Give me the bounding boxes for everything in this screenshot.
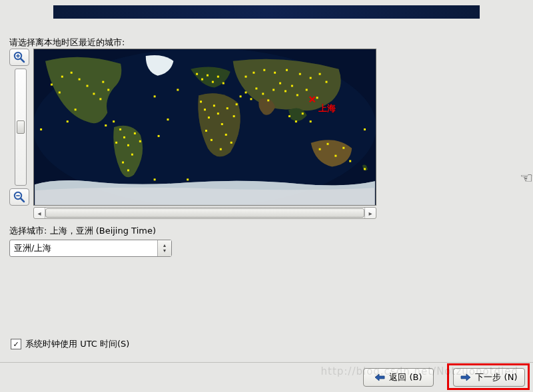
svg-rect-31 <box>105 124 107 126</box>
svg-rect-54 <box>279 83 281 85</box>
svg-rect-64 <box>310 77 312 79</box>
svg-rect-34 <box>207 75 209 77</box>
watermark: http://blog.csdn.net/Notzuonotdied <box>321 365 518 377</box>
svg-rect-83 <box>236 103 238 105</box>
svg-rect-24 <box>131 154 133 156</box>
svg-rect-32 <box>196 73 198 75</box>
svg-rect-48 <box>245 91 247 93</box>
svg-line-5 <box>21 198 24 202</box>
svg-rect-43 <box>221 123 223 125</box>
svg-rect-86 <box>40 128 42 130</box>
selected-city-text: 选择城市: 上海，亚洲 (Beijing Time) <box>9 225 156 237</box>
svg-rect-76 <box>342 147 344 149</box>
svg-rect-47 <box>240 95 242 97</box>
svg-rect-59 <box>253 72 255 74</box>
svg-rect-11 <box>79 79 81 81</box>
svg-rect-53 <box>272 89 274 91</box>
svg-rect-55 <box>284 90 286 92</box>
svg-rect-33 <box>201 79 203 81</box>
svg-rect-61 <box>274 72 276 74</box>
scroll-left-icon[interactable]: ◂ <box>34 208 45 218</box>
svg-rect-42 <box>217 112 219 114</box>
svg-rect-18 <box>59 91 61 93</box>
svg-rect-67 <box>306 89 308 91</box>
svg-rect-49 <box>250 98 252 100</box>
zoom-in-button[interactable] <box>9 49 29 66</box>
magnify-plus-icon <box>13 51 25 63</box>
svg-rect-27 <box>115 142 117 144</box>
svg-rect-45 <box>231 142 233 144</box>
svg-rect-41 <box>213 104 215 106</box>
utc-checkbox-row[interactable]: ✓ 系统时钟使用 UTC 时间(S) <box>11 338 129 350</box>
svg-rect-79 <box>205 130 207 132</box>
svg-rect-74 <box>326 143 328 145</box>
svg-rect-57 <box>296 94 298 96</box>
svg-rect-10 <box>71 72 73 74</box>
svg-rect-66 <box>325 81 327 83</box>
svg-rect-35 <box>212 81 214 83</box>
svg-rect-37 <box>223 83 225 85</box>
timezone-combobox[interactable]: 亚洲/上海 ▴ ▾ <box>9 240 172 257</box>
chevron-down-icon: ▾ <box>163 248 166 254</box>
zoom-slider-thumb[interactable] <box>17 120 25 134</box>
svg-rect-85 <box>158 135 160 137</box>
svg-rect-52 <box>267 99 269 101</box>
svg-rect-87 <box>364 128 366 130</box>
timezone-map-area: 上海 ◂ ▸ <box>9 49 378 220</box>
svg-rect-58 <box>245 76 247 78</box>
scroll-right-icon[interactable]: ▸ <box>364 208 376 218</box>
svg-rect-29 <box>127 169 129 171</box>
zoom-out-button[interactable] <box>9 188 29 206</box>
svg-rect-40 <box>208 116 210 118</box>
svg-rect-38 <box>200 100 202 102</box>
svg-rect-12 <box>87 85 89 87</box>
svg-rect-72 <box>310 120 312 122</box>
svg-rect-28 <box>122 162 124 164</box>
svg-rect-70 <box>295 120 297 122</box>
svg-rect-56 <box>291 85 293 87</box>
timezone-value[interactable]: 亚洲/上海 <box>10 240 157 256</box>
world-map-svg <box>34 49 376 205</box>
svg-rect-39 <box>204 108 206 110</box>
svg-rect-14 <box>99 98 101 100</box>
svg-rect-73 <box>319 148 321 150</box>
zoom-slider[interactable] <box>15 69 27 186</box>
svg-rect-46 <box>233 115 235 117</box>
svg-rect-65 <box>319 73 321 75</box>
svg-rect-90 <box>187 178 189 180</box>
svg-rect-60 <box>263 69 265 71</box>
svg-rect-26 <box>139 140 141 142</box>
utc-label: 系统时钟使用 UTC 时间(S) <box>25 338 129 350</box>
map-horizontal-scrollbar[interactable]: ◂ ▸ <box>33 207 376 219</box>
combo-spinner[interactable]: ▴ ▾ <box>157 240 171 256</box>
svg-rect-20 <box>67 120 69 122</box>
utc-checkbox[interactable]: ✓ <box>11 339 21 349</box>
svg-rect-91 <box>154 178 156 180</box>
svg-rect-17 <box>75 108 77 110</box>
svg-rect-44 <box>225 134 227 136</box>
svg-rect-80 <box>211 139 213 141</box>
svg-rect-84 <box>167 118 169 120</box>
svg-rect-9 <box>61 76 63 78</box>
svg-rect-78 <box>364 168 366 170</box>
svg-line-1 <box>21 59 24 62</box>
svg-rect-21 <box>119 128 121 130</box>
world-map[interactable]: 上海 <box>33 49 376 206</box>
zoom-controls <box>9 49 32 206</box>
svg-rect-19 <box>51 84 53 86</box>
scroll-track[interactable] <box>45 208 364 218</box>
svg-rect-75 <box>334 155 336 157</box>
selected-city-label: 上海 <box>318 102 336 114</box>
svg-rect-25 <box>134 132 136 134</box>
svg-rect-23 <box>127 144 129 146</box>
svg-rect-50 <box>255 88 257 90</box>
magnify-minus-icon <box>13 191 25 203</box>
svg-rect-15 <box>102 81 104 83</box>
scroll-thumb[interactable] <box>45 208 364 218</box>
svg-rect-82 <box>227 107 229 109</box>
svg-rect-63 <box>299 73 301 75</box>
svg-rect-89 <box>177 89 179 91</box>
svg-rect-36 <box>217 76 219 78</box>
svg-rect-81 <box>220 148 222 150</box>
svg-rect-16 <box>107 89 109 91</box>
